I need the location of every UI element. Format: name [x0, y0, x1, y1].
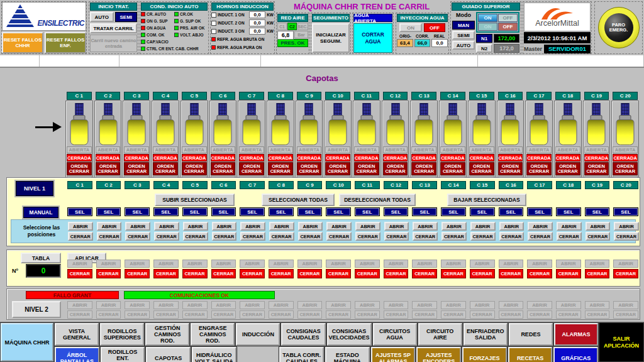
nivel2-button[interactable]: NIVEL 2 — [12, 301, 61, 318]
tabla-cerrar-c-10[interactable]: CERRAR — [326, 269, 351, 278]
n1-button[interactable]: N1 — [476, 34, 492, 43]
nav-ajustes-sp-alarmas[interactable]: AJUSTES SP ALARMAS — [371, 347, 416, 362]
nivel1-abrir-button-c-8[interactable]: ABRIR — [269, 222, 294, 231]
nivel1-abrir-button-c-17[interactable]: ABRIR — [528, 222, 553, 231]
nivel1-cerrar-button-c-18[interactable]: CERRAR — [557, 232, 582, 241]
deseleccionar-todas-button[interactable]: DESELECCIONAR TODAS — [339, 194, 416, 206]
nivel1-cerrar-button-c-7[interactable]: CERRAR — [240, 232, 265, 241]
nav-redes[interactable]: REDES — [509, 323, 553, 346]
tabla-cerrar-c-20[interactable]: CERRAR — [613, 269, 638, 278]
nav-engrase-caminos-rod[interactable]: ENGRASE CAMINOS ROD. — [191, 323, 235, 346]
tabla-cerrar-c-11[interactable]: CERRAR — [355, 269, 380, 278]
tabla-cerrar-c-16[interactable]: CERRAR — [499, 269, 524, 278]
sel-button-c-5[interactable]: SEL — [182, 207, 208, 216]
guiado-on-button-1[interactable]: ON — [478, 14, 497, 22]
reset-fallos-enf-button[interactable]: RESET FALLOS ENF. — [45, 32, 86, 53]
nivel1-abrir-button-c-1[interactable]: ABRIR — [68, 222, 93, 231]
carril-nuevo-button[interactable]: Carril nuevo camino entrada — [90, 35, 137, 52]
nivel1-cerrar-button-c-17[interactable]: CERRAR — [528, 232, 553, 241]
nivel1-abrir-button-c-10[interactable]: ABRIR — [326, 222, 352, 231]
nav-consignas-caudales[interactable]: CONSIGNAS CAUDALES — [281, 323, 325, 346]
semi-mode-button[interactable]: SEMI — [115, 12, 138, 22]
tabla-cerrar-c-14[interactable]: CERRAR — [441, 269, 466, 278]
nivel1-abrir-button-c-4[interactable]: ABRIR — [154, 222, 179, 231]
nav-gesti-n-caminos-rod[interactable]: GESTIÓN CAMINOS ROD. — [145, 323, 189, 346]
nivel1-cerrar-button-c-10[interactable]: CERRAR — [326, 232, 352, 241]
sel-button-c-2[interactable]: SEL — [96, 207, 121, 216]
nav-consignas-velocidades[interactable]: CONSIGNAS VELOCIDADES — [327, 323, 372, 346]
nivel1-abrir-button-c-19[interactable]: ABRIR — [586, 222, 611, 231]
tabla-cerrar-c-18[interactable]: CERRAR — [556, 269, 581, 278]
nivel1-abrir-button-c-12[interactable]: ABRIR — [384, 222, 409, 231]
red-aire-sec-button[interactable]: SEC. — [297, 23, 308, 30]
tabla-cerrar-c-2[interactable]: CERRAR — [96, 269, 121, 278]
nav-ajustes-encoders[interactable]: AJUSTES ENCODERS — [416, 347, 461, 362]
cortar-agua-button[interactable]: CORTAR AGUA — [353, 23, 392, 53]
nivel1-abrir-button-c-9[interactable]: ABRIR — [298, 222, 323, 231]
nav-alarmas[interactable]: ALARMAS — [554, 323, 598, 346]
reset-fallos-chhr-button[interactable]: RESET FALLOS CHHR — [2, 32, 43, 53]
inyeccion-on-button[interactable]: ON — [399, 23, 422, 32]
nav-vista-general[interactable]: VISTA GENERAL — [55, 323, 99, 346]
nav-rbol-pantallas[interactable]: ÁRBOL PANTALLAS — [55, 347, 99, 362]
nivel1-abrir-button-c-14[interactable]: ABRIR — [441, 222, 467, 231]
sel-button-c-1[interactable]: SEL — [67, 207, 92, 216]
tabla-cerrar-c-8[interactable]: CERRAR — [269, 269, 294, 278]
nav-forzajes[interactable]: FORZAJES — [462, 347, 507, 362]
sel-button-c-8[interactable]: SEL — [269, 207, 294, 216]
nav-circuito-aire[interactable]: CIRCUITO AIRE — [418, 323, 462, 346]
nivel1-cerrar-button-c-11[interactable]: CERRAR — [355, 232, 380, 241]
inicializar-seguim-button[interactable]: INICIALIZAR SEGUIM. — [312, 23, 350, 53]
nav-tabla-corr-caudales[interactable]: TABLA CORR. CAUDALES — [279, 347, 324, 362]
nav-hidr-ulico-volt-salida[interactable]: HIDRÁULICO VOLT. SALIDA — [192, 347, 236, 362]
checkbox-induct-3-on[interactable] — [211, 29, 216, 34]
tabla-cerrar-c-6[interactable]: CERRAR — [211, 269, 236, 278]
nav-rodillos-ent-capotas[interactable]: RODILLOS ENT. CAPOTAS — [101, 347, 145, 362]
nivel1-cerrar-button-c-6[interactable]: CERRAR — [212, 232, 237, 241]
nivel1-cerrar-button-c-13[interactable]: CERRAR — [413, 232, 438, 241]
sel-button-c-7[interactable]: SEL — [240, 207, 265, 216]
nivel1-cerrar-button-c-19[interactable]: CERRAR — [586, 232, 611, 241]
tabla-cerrar-c-12[interactable]: CERRAR — [384, 269, 409, 278]
nav-estado-m-quina[interactable]: ESTADO MÁQUINA — [325, 347, 370, 362]
guiado-off-button-1[interactable]: OFF — [498, 14, 518, 22]
sel-button-c-6[interactable]: SEL — [211, 207, 236, 216]
nivel1-abrir-button-c-6[interactable]: ABRIR — [212, 222, 237, 231]
sel-button-c-15[interactable]: SEL — [470, 207, 495, 216]
sel-button-c-16[interactable]: SEL — [499, 207, 524, 216]
nivel1-cerrar-button-c-14[interactable]: CERRAR — [441, 232, 467, 241]
sel-button-c-9[interactable]: SEL — [297, 207, 323, 216]
nav-recetas[interactable]: RECETAS — [508, 347, 553, 362]
subir-seleccionadas-button[interactable]: SUBIR SELECCIONADAS — [155, 194, 235, 206]
n2-button[interactable]: N2 — [476, 44, 492, 53]
tabla-cerrar-c-13[interactable]: CERRAR — [412, 269, 437, 278]
nivel1-cerrar-button-c-15[interactable]: CERRAR — [470, 232, 496, 241]
nivel1-abrir-button-c-13[interactable]: ABRIR — [413, 222, 438, 231]
nivel1-cerrar-button-c-16[interactable]: CERRAR — [499, 232, 525, 241]
sel-button-c-17[interactable]: SEL — [527, 207, 552, 216]
nivel1-abrir-button-c-5[interactable]: ABRIR — [183, 222, 208, 231]
tabla-cerrar-c-7[interactable]: CERRAR — [240, 269, 265, 278]
nav-salir-aplicacion[interactable]: SALIR APLICACIÓN — [599, 323, 643, 361]
sel-button-c-14[interactable]: SEL — [441, 207, 466, 216]
guiado-man-button[interactable]: MAN — [452, 21, 475, 30]
sel-button-c-13[interactable]: SEL — [412, 207, 437, 216]
nivel1-abrir-button-c-3[interactable]: ABRIR — [125, 222, 150, 231]
nivel1-cerrar-button-c-2[interactable]: CERRAR — [97, 232, 122, 241]
nav-circuitos-agua[interactable]: CIRCUITOS AGUA — [373, 323, 417, 346]
sel-button-c-4[interactable]: SEL — [153, 207, 179, 216]
sel-button-c-20[interactable]: SEL — [613, 207, 638, 216]
nivel1-cerrar-button-c-8[interactable]: CERRAR — [269, 232, 294, 241]
tratar-carril-button[interactable]: TRATAR CARRIL — [90, 23, 137, 33]
nivel1-cerrar-button-c-12[interactable]: CERRAR — [384, 232, 409, 241]
nivel1-abrir-button-c-2[interactable]: ABRIR — [97, 222, 122, 231]
red-aire-c2-button[interactable]: C2 — [287, 23, 297, 30]
red-aire-c1-button[interactable]: C1 — [277, 23, 287, 30]
tabla-cerrar-c-17[interactable]: CERRAR — [527, 269, 552, 278]
inyeccion-off-button[interactable]: OFF — [424, 23, 445, 32]
checkbox-induct-1-on[interactable] — [211, 13, 216, 18]
nivel1-cerrar-button-c-9[interactable]: CERRAR — [298, 232, 323, 241]
emergency-stop-button[interactable]: PARO EMERG. — [604, 13, 633, 42]
tabla-cerrar-c-1[interactable]: CERRAR — [67, 269, 92, 278]
nav-enfriadero-salida[interactable]: ENFRIADERO SALIDA — [464, 323, 508, 346]
